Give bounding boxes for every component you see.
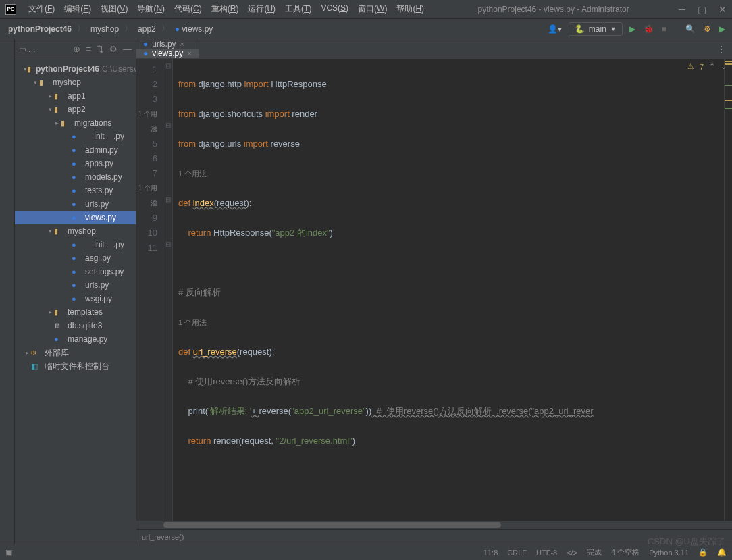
menu-vcs[interactable]: VCS(S): [317, 2, 352, 16]
tree-external-libs[interactable]: ▸፨外部库: [15, 346, 136, 359]
menu-edit[interactable]: 编辑(E): [60, 2, 95, 16]
chevron-down-icon: ▼: [610, 26, 617, 32]
search-everywhere-icon[interactable]: 🔍: [684, 23, 697, 35]
project-tool-window: ▭ ... ⊕ ≡ ⇅ ⚙ — ▾▮pythonProject46C:\User…: [15, 39, 136, 544]
menu-window[interactable]: 窗口(W): [354, 2, 391, 16]
breadcrumb-myshop[interactable]: myshop: [88, 23, 122, 35]
user-icon[interactable]: 👤▾: [546, 23, 563, 35]
ide-update-icon[interactable]: ▶: [718, 23, 727, 35]
tree-item-migrations[interactable]: ▸▮migrations: [15, 116, 136, 130]
function-breadcrumb[interactable]: url_reverse(): [136, 529, 732, 544]
menu-refactor[interactable]: 重构(R): [207, 2, 243, 16]
status-done[interactable]: 完成: [587, 547, 602, 557]
tree-item-admin-py[interactable]: ●admin.py: [15, 143, 136, 157]
close-tab-icon[interactable]: ×: [187, 49, 191, 57]
menu-file[interactable]: 文件(F): [24, 2, 59, 16]
tree-root[interactable]: ▾▮pythonProject46C:\Users\: [15, 62, 136, 76]
status-line-sep[interactable]: CRLF: [507, 549, 527, 557]
minimize-button[interactable]: ─: [679, 4, 685, 15]
status-indent[interactable]: 4 个空格: [611, 547, 639, 557]
hide-icon[interactable]: —: [123, 44, 132, 54]
pycharm-logo-icon: PC: [5, 4, 16, 15]
stop-button[interactable]: ■: [660, 23, 668, 35]
editor-tab-urls-py[interactable]: ●urls.py×: [136, 39, 199, 49]
debug-button[interactable]: 🐞: [642, 23, 655, 35]
warning-icon[interactable]: ⚠: [687, 62, 694, 71]
tree-item-wsgi-py[interactable]: ●wsgi.py: [15, 292, 136, 305]
tree-item-app2[interactable]: ▾▮app2: [15, 103, 136, 116]
run-button[interactable]: ▶: [628, 23, 637, 35]
status-git-icon[interactable]: </>: [567, 549, 577, 557]
titlebar: PC 文件(F) 编辑(E) 视图(V) 导航(N) 代码(C) 重构(R) 运…: [0, 0, 732, 19]
close-tab-icon[interactable]: ×: [180, 40, 184, 48]
project-view-icon[interactable]: ▭ ...: [19, 45, 35, 54]
tree-item-__init__-py[interactable]: ●__init__.py: [15, 238, 136, 251]
tree-item-tests-py[interactable]: ●tests.py: [15, 184, 136, 197]
tool-window-quick-access-icon[interactable]: ▣: [5, 548, 12, 557]
code-editor[interactable]: 1231 个用法45671 个用法891011 ⊟⊟⊟⊟ from django…: [136, 59, 732, 521]
python-file-icon: ●: [143, 39, 148, 49]
status-encoding[interactable]: UTF-8: [536, 549, 557, 557]
menu-view[interactable]: 视图(V): [97, 2, 132, 16]
window-title: pythonProject46 - views.py - Administrat…: [428, 5, 679, 14]
expand-all-icon[interactable]: ≡: [86, 44, 91, 54]
collapse-all-icon[interactable]: ⇅: [97, 44, 104, 54]
line-gutter[interactable]: 1231 个用法45671 个用法891011: [136, 59, 163, 521]
python-file-icon: ●: [143, 49, 148, 58]
tree-scratches[interactable]: ◧临时文件和控制台: [15, 359, 136, 373]
menu-help[interactable]: 帮助(H): [392, 2, 428, 16]
tree-item-urls-py[interactable]: ●urls.py: [15, 278, 136, 292]
navigation-bar: pythonProject46〉 myshop〉 app2〉 ● views.p…: [0, 19, 732, 39]
main-menu: 文件(F) 编辑(E) 视图(V) 导航(N) 代码(C) 重构(R) 运行(U…: [24, 2, 428, 16]
horizontal-scrollbar[interactable]: [136, 521, 732, 529]
tree-item-views-py[interactable]: ●views.py: [15, 211, 136, 224]
tabs-more-icon[interactable]: ⋮: [710, 39, 732, 59]
menu-code[interactable]: 代码(C): [170, 2, 206, 16]
tree-item-urls-py[interactable]: ●urls.py: [15, 197, 136, 211]
breadcrumb-file[interactable]: ● views.py: [172, 23, 216, 35]
left-tool-strip[interactable]: [0, 39, 15, 544]
error-stripe[interactable]: [724, 59, 732, 521]
status-bar: ▣ 11:8 CRLF UTF-8 </> 完成 4 个空格 Python 3.…: [0, 544, 732, 560]
menu-navigate[interactable]: 导航(N): [133, 2, 169, 16]
status-line-col[interactable]: 11:8: [483, 549, 498, 557]
editor-area: ●urls.py×●views.py× ⋮ 1231 个用法45671 个用法8…: [136, 39, 732, 544]
prev-highlight-icon[interactable]: ⌃: [709, 62, 715, 71]
editor-tabs: ●urls.py×●views.py× ⋮: [136, 39, 732, 59]
tree-item-app1[interactable]: ▸▮app1: [15, 89, 136, 103]
editor-tab-views-py[interactable]: ●views.py×: [136, 49, 199, 58]
python-icon: 🐍: [575, 24, 585, 34]
fold-gutter[interactable]: ⊟⊟⊟⊟: [163, 59, 173, 521]
tree-item-apps-py[interactable]: ●apps.py: [15, 157, 136, 170]
project-tree: ▾▮pythonProject46C:\Users\ ▾▮myshop▸▮app…: [15, 59, 136, 544]
tree-item-myshop[interactable]: ▾▮myshop: [15, 76, 136, 89]
tree-item-settings-py[interactable]: ●settings.py: [15, 265, 136, 278]
maximize-button[interactable]: ▢: [698, 4, 706, 15]
status-python[interactable]: Python 3.11: [649, 549, 689, 557]
status-readonly-icon[interactable]: 🔒: [698, 548, 708, 557]
tree-item-__init__-py[interactable]: ●__init__.py: [15, 130, 136, 143]
warning-count[interactable]: 7: [700, 63, 704, 71]
menu-run[interactable]: 运行(U): [244, 2, 280, 16]
breadcrumb-project[interactable]: pythonProject46: [5, 23, 74, 35]
tree-item-templates[interactable]: ▸▮templates: [15, 305, 136, 319]
tree-item-models-py[interactable]: ●models.py: [15, 170, 136, 184]
code-body[interactable]: from django.http import HttpResponse fro…: [173, 59, 724, 521]
git-branch-selector[interactable]: 🐍 main ▼: [569, 22, 623, 36]
close-button[interactable]: ✕: [718, 4, 727, 15]
menu-tools[interactable]: 工具(T): [281, 2, 315, 16]
locate-icon[interactable]: ⊕: [73, 44, 80, 54]
next-highlight-icon[interactable]: ⌄: [721, 62, 727, 71]
watermark: CSDN @U盘失踪了: [648, 536, 725, 548]
settings-icon[interactable]: ⚙: [702, 23, 712, 35]
tree-item-db-sqlite3[interactable]: 🗎db.sqlite3: [15, 319, 136, 332]
breadcrumb-app2[interactable]: app2: [135, 23, 159, 35]
tree-item-asgi-py[interactable]: ●asgi.py: [15, 251, 136, 265]
tree-item-myshop[interactable]: ▾▮myshop: [15, 224, 136, 238]
settings-gear-icon[interactable]: ⚙: [109, 44, 117, 54]
tree-item-manage-py[interactable]: ●manage.py: [15, 332, 136, 346]
status-notifications-icon[interactable]: 🔔: [717, 548, 727, 557]
